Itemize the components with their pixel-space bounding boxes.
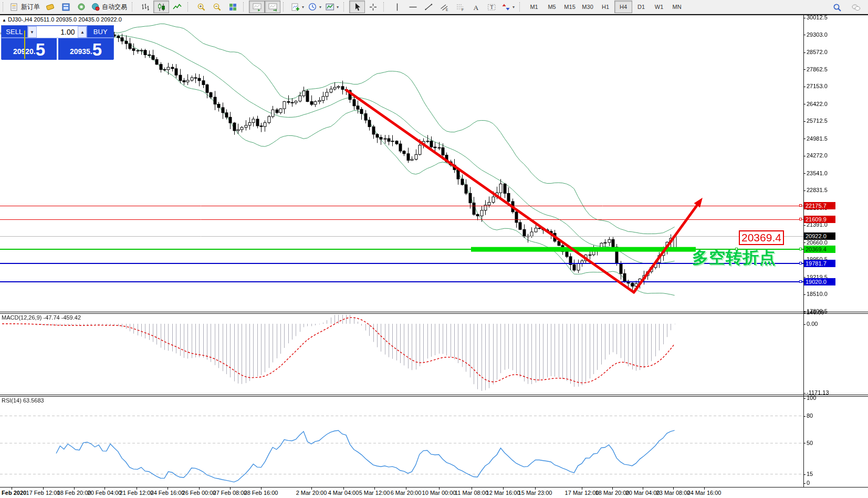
time-tick bbox=[12, 488, 12, 490]
chevron-down-icon[interactable]: ▾ bbox=[337, 5, 339, 9]
horizontal-line-tool-button[interactable] bbox=[405, 1, 421, 13]
time-label: 4 Mar 04:00 bbox=[328, 490, 359, 496]
toolbar-drag-handle[interactable] bbox=[132, 2, 135, 12]
bar-chart-button[interactable] bbox=[138, 1, 153, 13]
line-handle[interactable] bbox=[799, 248, 802, 250]
zoom-out-icon bbox=[213, 3, 222, 12]
price-tag-20922.0: 20922.0 bbox=[804, 232, 835, 240]
auto-scroll-icon bbox=[253, 3, 262, 12]
pane-separator[interactable] bbox=[0, 395, 868, 395]
line-handle[interactable] bbox=[799, 204, 802, 207]
toolbar-drag-handle[interactable] bbox=[343, 2, 347, 12]
fibonacci-tool-button[interactable]: F bbox=[452, 1, 468, 13]
community-button[interactable] bbox=[848, 1, 864, 14]
candlestick-chart-button[interactable] bbox=[153, 1, 169, 13]
one-click-collapse-icon[interactable]: ▲ bbox=[2, 18, 6, 23]
toolbar-drag-handle[interactable] bbox=[383, 2, 387, 12]
time-tick bbox=[374, 488, 375, 490]
crosshair-tool-button[interactable] bbox=[365, 1, 381, 13]
chevron-down-icon[interactable]: ▾ bbox=[513, 5, 515, 9]
text-label-tool-button[interactable]: T bbox=[484, 1, 499, 13]
tile-windows-button[interactable] bbox=[225, 1, 240, 13]
time-label: 23 Mar 08:00 bbox=[656, 490, 691, 496]
templates-button[interactable]: ▾ bbox=[323, 1, 341, 13]
volume-up-button[interactable]: ▲ bbox=[78, 26, 87, 38]
time-label: 11 Mar 08:00 bbox=[455, 490, 488, 496]
time-label: 17 Feb 12:00 bbox=[26, 490, 60, 496]
price-tag-20369.4: 20369.4 bbox=[804, 246, 835, 253]
line-handle[interactable] bbox=[799, 280, 802, 283]
macd-pane-canvas[interactable] bbox=[0, 313, 803, 395]
time-tick bbox=[199, 488, 200, 490]
line-handle[interactable] bbox=[799, 262, 802, 264]
price-tick-label: 27862.5 bbox=[803, 66, 828, 72]
pane-separator[interactable] bbox=[0, 313, 868, 314]
vertical-line-tool-button[interactable] bbox=[389, 1, 405, 13]
timeframe-h1-button[interactable]: H1 bbox=[597, 1, 614, 13]
chevron-down-icon[interactable]: ▾ bbox=[319, 5, 321, 9]
navigator-icon bbox=[61, 3, 70, 12]
alerts-button[interactable] bbox=[74, 1, 89, 13]
rsi-axis-label: 0 bbox=[803, 480, 810, 486]
navigator-button[interactable] bbox=[58, 1, 74, 13]
buy-button[interactable]: BUY bbox=[87, 26, 113, 38]
timeframe-m5-button[interactable]: M5 bbox=[543, 1, 561, 13]
main-chart-canvas[interactable] bbox=[0, 23, 803, 312]
market-watch-button[interactable] bbox=[42, 1, 58, 13]
toolbar-drag-handle[interactable] bbox=[3, 2, 6, 12]
time-tick bbox=[503, 488, 504, 490]
rsi-axis-label: 80 bbox=[803, 412, 813, 419]
time-label: 2 Mar 20:00 bbox=[296, 490, 327, 496]
toolbar-drag-handle[interactable] bbox=[187, 2, 191, 12]
timeframe-h4-button[interactable]: H4 bbox=[614, 1, 632, 13]
bar-chart-icon bbox=[141, 3, 150, 12]
channel-tool-button[interactable]: E bbox=[436, 1, 452, 13]
timeframe-m30-button[interactable]: M30 bbox=[579, 1, 597, 13]
rsi-pane-canvas[interactable] bbox=[0, 396, 803, 487]
auto-scroll-button[interactable] bbox=[249, 1, 265, 13]
price-tag-22175.7: 22175.7 bbox=[804, 202, 835, 209]
toolbar-drag-handle[interactable] bbox=[283, 2, 287, 12]
zoom-out-button[interactable] bbox=[209, 1, 225, 13]
zoom-in-icon bbox=[197, 3, 206, 12]
trendline-tool-button[interactable] bbox=[421, 1, 436, 13]
price-tick-label: 18510.0 bbox=[803, 291, 828, 297]
toolbar-drag-handle[interactable] bbox=[243, 2, 247, 12]
arrows-tool-button[interactable]: ▾ bbox=[499, 1, 517, 13]
price-level-box[interactable]: 20369.4 bbox=[739, 230, 784, 245]
search-button[interactable] bbox=[829, 1, 845, 14]
line-chart-button[interactable] bbox=[169, 1, 185, 13]
time-tick bbox=[643, 488, 643, 490]
auto-trading-button[interactable]: 自动交易 bbox=[89, 1, 129, 13]
arrows-icon bbox=[501, 3, 510, 12]
chevron-down-icon[interactable]: ▾ bbox=[302, 5, 304, 9]
cursor-tool-button[interactable] bbox=[349, 1, 365, 13]
macd-axis-label: 146.09 bbox=[803, 309, 824, 315]
timeframe-m15-button[interactable]: M15 bbox=[561, 1, 579, 13]
new-order-button[interactable]: 新订单 bbox=[8, 1, 42, 13]
volume-input[interactable] bbox=[37, 26, 78, 38]
new-chart-button[interactable]: ▾ bbox=[289, 1, 306, 13]
timeframe-d1-button[interactable]: D1 bbox=[632, 1, 650, 13]
price-tick-label: 27153.0 bbox=[803, 83, 828, 89]
timeframe-mn-button[interactable]: MN bbox=[668, 1, 686, 13]
volume-stepper: ▼ ▲ bbox=[27, 26, 88, 38]
timeframe-m1-button[interactable]: M1 bbox=[525, 1, 543, 13]
line-handle[interactable] bbox=[799, 218, 802, 220]
candle-chart-icon bbox=[157, 3, 166, 12]
time-axis-border bbox=[0, 487, 868, 488]
pane-separator[interactable] bbox=[0, 312, 868, 312]
time-label: 6 Mar 20:00 bbox=[391, 490, 422, 496]
price-tick-label: 28572.0 bbox=[803, 49, 828, 55]
zoom-in-button[interactable] bbox=[193, 1, 209, 13]
periods-button[interactable]: ▾ bbox=[306, 1, 323, 13]
text-tool-button[interactable]: A bbox=[468, 1, 484, 13]
volume-down-button[interactable]: ▼ bbox=[28, 26, 37, 38]
sell-button[interactable]: SELL bbox=[2, 26, 27, 38]
pane-separator[interactable] bbox=[0, 396, 868, 397]
fibonacci-icon: F bbox=[456, 3, 465, 12]
timeframe-w1-button[interactable]: W1 bbox=[650, 1, 668, 13]
chart-header-text: DJ30-,H4 20511.0 20935.0 20435.0 20922.0 bbox=[8, 16, 122, 23]
chart-shift-button[interactable] bbox=[265, 1, 280, 13]
toolbar-drag-handle[interactable] bbox=[519, 2, 523, 12]
